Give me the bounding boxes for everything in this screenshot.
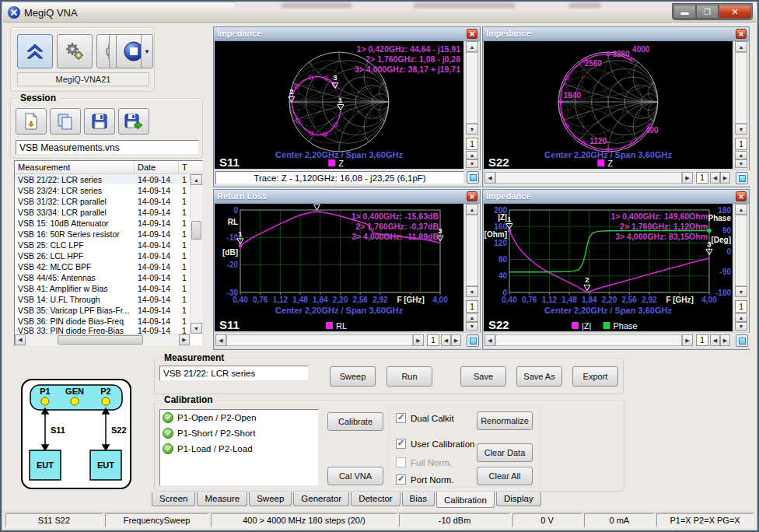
trace-number-spinner[interactable]: 1 [696,172,708,184]
trace-number-spinner[interactable]: 1 [427,334,439,346]
scroll-right-icon[interactable]: ▶ [413,334,424,346]
panel-titlebar[interactable]: Impedance✕ [483,190,749,204]
spinner-left-icon[interactable]: ◀ [710,172,720,184]
tab-sweep[interactable]: Sweep [249,492,292,506]
table-row[interactable]: VSB 25: CLC LPF14-09-141 [15,240,202,250]
scroll-left-icon[interactable]: ◀ [15,334,26,345]
table-row[interactable]: VSB 31/32: LCR parallel14-09-141 [15,196,202,207]
trace-number-spinner[interactable]: 1 [466,300,478,313]
save-session-as-button[interactable] [118,108,149,135]
vscroll-track[interactable] [466,52,478,124]
table-row[interactable]: VSB 14: U.FL Through14-09-141 [15,294,202,305]
save-as-button[interactable]: Save As [516,366,562,387]
scroll-right-icon[interactable]: ▶ [179,334,190,345]
panel-menu-button[interactable] [467,334,479,347]
scroll-down-icon[interactable]: ▼ [735,286,747,297]
calibration-item[interactable]: P1-Short / P2-Short [160,425,318,441]
trace-number-spinner[interactable]: 1 [735,300,747,313]
tab-measure[interactable]: Measure [197,492,247,506]
export-button[interactable]: Export [572,366,618,387]
panel-menu-button[interactable] [736,334,748,347]
vscroll-track[interactable] [466,215,478,286]
scroll-down-icon[interactable]: ▼ [191,323,202,334]
tab-display[interactable]: Display [496,492,541,506]
spinner-up-icon[interactable]: ▲ [466,151,478,159]
tab-screen[interactable]: Screen [152,492,195,506]
connect-button[interactable] [17,34,53,68]
table-vertical-scrollbar[interactable]: ▲ ▼ [190,174,202,334]
table-row[interactable]: VSB 35: Varicap LPF Bias-Fr...14-09-141 [15,305,202,316]
table-row[interactable]: VSB 21/22: LCR series14-09-141 [15,174,202,185]
spinner-down-icon[interactable]: ▼ [466,159,478,168]
calibrate-button[interactable]: Calibrate [327,412,383,431]
scroll-down-icon[interactable]: ▼ [466,124,478,135]
save-button[interactable]: Save [460,366,506,387]
calibration-item[interactable]: P1-Load / P2-Load [160,441,318,457]
checkbox-icon[interactable] [396,474,406,485]
measurement-name-input[interactable]: VSB 21/22: LCR series [159,366,309,381]
calibration-list[interactable]: P1-Open / P2-OpenP1-Short / P2-ShortP1-L… [159,409,319,486]
panel-close-icon[interactable]: ✕ [467,29,477,39]
checkbox-port-norm-[interactable]: Port Norm. [396,474,454,485]
save-session-button[interactable] [84,108,115,135]
spinner-down-icon[interactable]: ▼ [466,322,478,331]
panel-menu-button[interactable] [736,172,748,184]
panel-titlebar[interactable]: Return Loss✕ [214,190,480,204]
scroll-up-icon[interactable]: ▲ [466,41,478,52]
col-measurement[interactable]: Measurement [15,161,135,173]
spinner-right-icon[interactable]: ▶ [720,334,730,346]
instrument-dropdown[interactable]: ▼ [141,34,153,68]
table-row[interactable]: VSB 41: Amplifier w Bias14-09-141 [15,283,202,294]
clear-all-button[interactable]: Clear All [477,467,533,485]
table-row[interactable]: VSB 42: MLCC BPF14-09-141 [15,261,202,272]
table-row[interactable]: VSB 26: LCL HPF14-09-141 [15,250,202,261]
close-button[interactable]: ✕ [719,5,751,19]
checkbox-icon[interactable] [396,457,406,467]
session-file-input[interactable]: VSB Measurements.vns [16,140,199,155]
tab-detector[interactable]: Detector [351,492,400,506]
trace-number-spinner[interactable]: 1 [466,138,478,150]
scroll-down-icon[interactable]: ▼ [735,124,747,135]
renormalize-button[interactable]: Renormalize [477,411,533,430]
panel-titlebar[interactable]: Impedance✕ [483,27,749,41]
open-session-button[interactable] [50,108,81,135]
spinner-up-icon[interactable]: ▲ [735,151,747,159]
checkbox-full-norm-[interactable]: Full Norm. [396,457,452,467]
trace-number-spinner[interactable]: 1 [696,334,708,346]
trace-number-spinner[interactable]: 1 [735,138,747,150]
table-row[interactable]: VSB 36: PIN diode Bias-Freq14-09-141 [15,316,202,327]
scroll-right-icon[interactable]: ▶ [682,172,693,184]
spinner-up-icon[interactable]: ▲ [735,313,747,322]
spinner-right-icon[interactable]: ▶ [720,172,730,184]
scroll-up-icon[interactable]: ▲ [466,204,478,215]
vscroll-track[interactable] [735,52,747,124]
table-row[interactable]: VSB 16: 50R Series resistor14-09-141 [15,229,202,240]
spinner-down-icon[interactable]: ▼ [735,322,747,331]
spinner-left-icon[interactable]: ◀ [710,334,720,346]
scroll-up-icon[interactable]: ▲ [191,174,202,185]
scroll-right-icon[interactable]: ▶ [682,334,693,346]
maximize-button[interactable]: ❐ [696,5,719,19]
scroll-left-icon[interactable]: ◀ [215,334,226,346]
table-row[interactable]: VSB 15: 10dB Attenuator14-09-141 [15,218,202,229]
tab-calibration[interactable]: Calibration [436,492,495,508]
panel-close-icon[interactable]: ✕ [736,29,747,39]
table-row[interactable]: VSB 33/34: LCR parallel14-09-141 [15,207,202,218]
new-session-button[interactable] [16,108,47,135]
panel-titlebar[interactable]: Impedance✕ [214,27,480,41]
tab-bias[interactable]: Bias [402,492,435,506]
table-horizontal-scrollbar[interactable]: ◀ ▶ [15,334,190,345]
hscroll-thumb[interactable] [58,335,143,345]
vscroll-track[interactable] [735,215,747,286]
hscroll-track[interactable] [495,334,682,346]
spinner-down-icon[interactable]: ▼ [735,159,747,168]
sweep-button[interactable]: Sweep [330,366,376,387]
clear-data-button[interactable]: Clear Data [477,443,533,462]
col-date[interactable]: Date [135,161,179,173]
vscroll-thumb[interactable] [191,221,201,240]
spinner-up-icon[interactable]: ▲ [466,313,478,322]
cal-vna-button[interactable]: Cal VNA [327,467,383,485]
scroll-left-icon[interactable]: ◀ [484,172,495,184]
scroll-left-icon[interactable]: ◀ [484,334,495,346]
checkbox-icon[interactable] [396,413,406,423]
